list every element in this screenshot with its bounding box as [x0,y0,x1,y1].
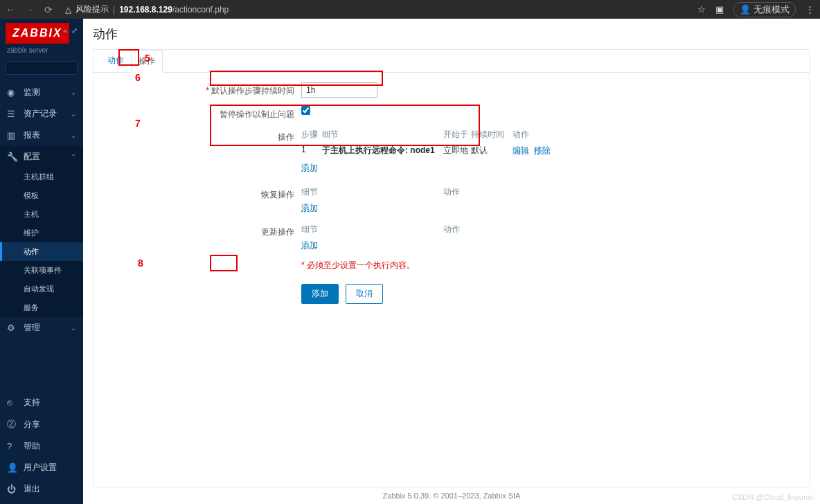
chevron-down-icon: ⌄ [71,324,76,332]
nav-help[interactable]: ?帮助 [0,435,83,457]
url-host: 192.168.8.129 [119,5,172,15]
panel-icon[interactable]: ▣ [715,4,724,15]
label-recovery: 恢复操作 [100,186,301,201]
share-icon: Ⓩ [7,418,18,431]
security-warning: 风险提示 [75,3,109,15]
back-icon[interactable]: ← [6,4,15,15]
sidebar-item-maintenance[interactable]: 维护 [0,224,83,242]
nav-reports[interactable]: ▥ 报表 ⌄ [0,125,83,146]
nav-share[interactable]: Ⓩ分享 [0,413,83,435]
update-col-action: 动作 [443,224,803,235]
sidebar: ZABBIX «⤢ zabbix server 🔍 ◉ 监测 ⌄ ☰ 资产记录 … [0,19,83,504]
logout-icon: ⏻ [7,484,18,494]
label-pause: 暂停操作以制止问题 [100,106,301,120]
main-content: 动作 动作 操作 *默认操作步骤持续时间 暂停操作以制止问题 [83,19,820,504]
sidebar-item-correlation[interactable]: 关联项事件 [0,261,83,280]
incognito-badge: 👤无痕模式 [733,2,796,17]
chart-icon: ▥ [7,130,18,141]
require-message: * 必须至少设置一个执行内容。 [301,260,803,271]
link-remove[interactable]: 移除 [534,145,551,155]
link-add-update[interactable]: 添加 [301,240,318,250]
collapse-icon[interactable]: « [63,26,67,35]
star-icon[interactable]: ☆ [697,4,706,15]
link-add-recovery[interactable]: 添加 [301,203,318,213]
chevron-up-icon: ⌃ [71,153,76,161]
sidebar-item-discovery[interactable]: 自动发现 [0,280,83,298]
tab-bar: 动作 操作 [93,50,810,73]
ops-table-row: 1 于主机上执行远程命令: node1 立即地 默认 编辑 移除 [301,145,803,156]
expand-icon[interactable]: ⤢ [71,26,78,35]
list-icon: ☰ [7,109,18,119]
cancel-button[interactable]: 取消 [346,284,383,304]
cell-start: 立即地 [443,145,471,156]
nav-config[interactable]: 🔧 配置 ⌃ [0,146,83,168]
chevron-down-icon: ⌄ [71,89,76,96]
update-header: 细节 动作 [301,224,803,235]
tab-operations[interactable]: 操作 [131,50,163,73]
form-panel: 动作 操作 *默认操作步骤持续时间 暂停操作以制止问题 [93,49,810,487]
help-icon: ? [7,441,18,451]
sidebar-item-actions[interactable]: 动作 [0,242,83,261]
cell-step: 1 [301,145,322,156]
update-col-detail: 细节 [301,224,443,235]
server-name: zabbix server [0,44,83,58]
watermark: CSDN @Cloud_linyunxi [732,493,813,501]
add-button[interactable]: 添加 [301,284,339,304]
eye-icon: ◉ [7,87,18,98]
nav-support[interactable]: ⎋支持 [0,392,83,413]
forward-icon[interactable]: → [25,4,35,15]
chevron-down-icon: ⌄ [71,132,76,139]
menu-icon[interactable]: ⋮ [805,4,814,15]
footer: Zabbix 5.0.39. © 2001–2023, Zabbix SIA [93,487,810,504]
cell-detail: 于主机上执行远程命令: node1 [322,145,443,156]
ops-table-header: 步骤 细节 开始于 持续时间 动作 [301,129,803,141]
cell-duration: 默认 [471,145,512,156]
sidebar-item-services[interactable]: 服务 [0,298,83,317]
col-action: 动作 [512,129,803,141]
col-duration: 持续时间 [471,129,512,141]
user-icon: 👤 [7,462,18,473]
nav-usersettings[interactable]: 👤用户设置 [0,457,83,478]
sidebar-item-hostgroups[interactable]: 主机群组 [0,168,83,186]
reload-icon[interactable]: ⟳ [44,4,53,15]
nav-logout[interactable]: ⏻退出 [0,478,83,500]
search-box[interactable]: 🔍 [6,61,78,75]
logo[interactable]: ZABBIX [6,23,69,44]
chevron-down-icon: ⌄ [71,110,76,118]
nav-monitor[interactable]: ◉ 监测 ⌄ [0,82,83,103]
url-path: /actionconf.php [172,5,229,15]
recovery-col-detail: 细节 [301,186,443,198]
nav-admin[interactable]: ⚙ 管理 ⌄ [0,317,83,339]
support-icon: ⎋ [7,397,18,408]
nav-assets[interactable]: ☰ 资产记录 ⌄ [0,103,83,125]
sidebar-item-hosts[interactable]: 主机 [0,205,83,224]
page-title: 动作 [93,26,810,42]
label-operations: 操作 [100,129,301,143]
recovery-header: 细节 动作 [301,186,803,198]
recovery-col-action: 动作 [443,186,803,198]
wrench-icon: 🔧 [7,152,18,162]
gear-icon: ⚙ [7,323,18,333]
col-step: 步骤 [301,129,322,141]
browser-chrome: ← → ⟳ △ 风险提示 | 192.168.8.129/actionconf.… [0,0,820,19]
label-update: 更新操作 [100,224,301,238]
config-subitems: 主机群组 模板 主机 维护 动作 关联项事件 自动发现 服务 [0,168,83,317]
col-detail: 细节 [322,129,443,141]
tab-action[interactable]: 动作 [100,50,131,72]
label-default-step-duration: *默认操作步骤持续时间 [100,82,301,97]
col-start: 开始于 [443,129,471,141]
sidebar-item-templates[interactable]: 模板 [0,186,83,205]
input-default-step-duration[interactable] [301,82,377,98]
warning-icon: △ [65,5,71,15]
link-edit[interactable]: 编辑 [512,145,529,155]
checkbox-pause[interactable] [301,106,310,115]
link-add-operation[interactable]: 添加 [301,163,318,172]
